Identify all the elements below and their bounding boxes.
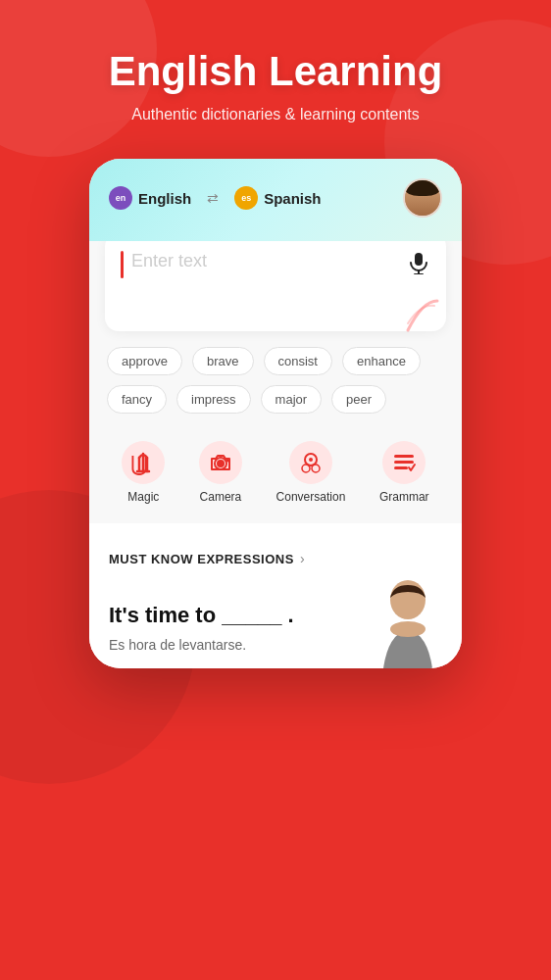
lang-from-item[interactable]: en English — [109, 186, 191, 210]
expression-text: It's time to _____ . Es hora de levantar… — [109, 602, 294, 669]
svg-rect-11 — [394, 455, 414, 458]
svg-point-9 — [312, 465, 320, 472]
svg-rect-12 — [394, 461, 414, 464]
lang-selector[interactable]: en English ⇄ es Spanish — [109, 186, 322, 210]
person-illustration — [344, 580, 442, 668]
nav-item-grammar[interactable]: Grammar — [379, 441, 429, 504]
conversation-label: Conversation — [276, 490, 346, 504]
text-cursor — [121, 251, 124, 278]
chip-major[interactable]: major — [261, 385, 323, 414]
phone-header: en English ⇄ es Spanish — [89, 159, 462, 241]
lang-to-item[interactable]: es Spanish — [234, 186, 321, 210]
lang-to-label: Spanish — [264, 190, 321, 207]
chip-brave[interactable]: brave — [192, 347, 254, 375]
conversation-icon-wrap — [289, 441, 332, 484]
expression-en-text: It's time to _____ . — [109, 603, 294, 627]
section-header[interactable]: MUST KNOW EXPRESSIONS › — [109, 551, 442, 566]
svg-point-8 — [302, 465, 310, 472]
curl-decoration — [403, 296, 442, 335]
hero-subtitle: Authentic dictionaries & learning conten… — [131, 106, 420, 123]
magic-icon: ⋃ — [130, 450, 156, 475]
bottom-navigation: ⋃ Magic — [105, 433, 446, 508]
svg-rect-0 — [415, 253, 423, 266]
must-know-section: MUST KNOW EXPRESSIONS › It's time to ___… — [89, 535, 462, 668]
lang-swap-icon[interactable]: ⇄ — [207, 190, 219, 206]
user-avatar[interactable] — [403, 178, 442, 218]
lang-from-label: English — [138, 190, 191, 207]
lang-from-badge: en — [109, 186, 132, 210]
svg-point-10 — [309, 458, 313, 462]
chip-consist[interactable]: consist — [264, 347, 332, 375]
word-chips-container: approve brave consist enhance fancy impr… — [105, 347, 446, 414]
chevron-right-icon: › — [300, 551, 305, 566]
chip-impress[interactable]: impress — [176, 385, 251, 414]
chip-fancy[interactable]: fancy — [107, 385, 167, 414]
nav-item-camera[interactable]: Camera — [199, 441, 242, 504]
svg-point-15 — [390, 621, 426, 637]
grammar-label: Grammar — [379, 490, 429, 504]
phone-body: Enter text approve brave consist enhance — [89, 233, 462, 523]
phone-mockup: en English ⇄ es Spanish — [89, 159, 462, 668]
camera-icon — [208, 450, 233, 475]
section-title: MUST KNOW EXPRESSIONS — [109, 552, 294, 566]
chip-approve[interactable]: approve — [107, 347, 182, 375]
mic-icon[interactable] — [407, 251, 430, 280]
grammar-icon-wrap — [382, 441, 426, 484]
expression-card: It's time to _____ . Es hora de levantar… — [109, 580, 442, 668]
chip-peer[interactable]: peer — [331, 385, 386, 414]
magic-label: Magic — [127, 490, 159, 504]
grammar-icon — [391, 450, 417, 475]
search-placeholder: Enter text — [131, 249, 207, 271]
chip-enhance[interactable]: enhance — [342, 347, 421, 375]
expression-spanish: Es hora de levantarse. — [109, 637, 294, 653]
camera-label: Camera — [200, 490, 242, 504]
hero-title: English Learning — [109, 49, 443, 94]
svg-point-4 — [217, 460, 225, 467]
camera-icon-wrap — [199, 441, 242, 484]
input-left: Enter text — [121, 249, 407, 278]
svg-rect-13 — [394, 466, 408, 469]
nav-item-magic[interactable]: ⋃ Magic — [122, 441, 165, 504]
conversation-icon — [298, 450, 324, 475]
magic-icon-wrap: ⋃ — [122, 441, 165, 484]
nav-item-conversation[interactable]: Conversation — [276, 441, 346, 504]
text-input-area[interactable]: Enter text — [105, 233, 446, 331]
svg-point-6 — [225, 460, 228, 463]
language-bar: en English ⇄ es Spanish — [109, 178, 442, 218]
expression-english: It's time to _____ . — [109, 602, 294, 630]
lang-to-badge: es — [234, 186, 258, 210]
